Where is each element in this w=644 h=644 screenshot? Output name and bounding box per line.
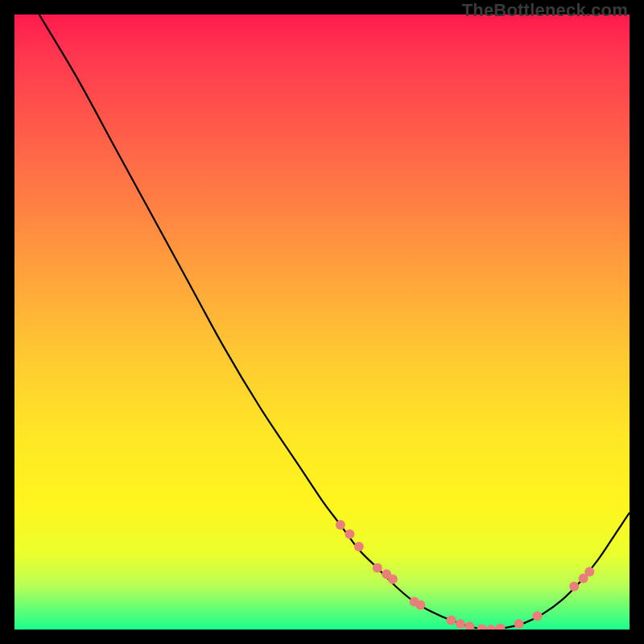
- highlight-dot: [336, 520, 345, 530]
- highlight-dot: [486, 625, 496, 630]
- highlight-dot: [532, 611, 542, 621]
- bottleneck-chart: [14, 14, 630, 630]
- highlight-dot: [496, 624, 506, 630]
- highlight-dot: [354, 542, 364, 551]
- highlight-dot: [569, 582, 579, 592]
- highlight-dot: [446, 616, 456, 625]
- highlight-dot: [456, 619, 465, 629]
- highlight-dot: [464, 621, 474, 630]
- highlight-dot: [388, 574, 398, 584]
- chart-frame: [14, 14, 630, 630]
- highlight-dot: [584, 567, 594, 576]
- bottleneck-curve: [39, 14, 630, 630]
- watermark-text: TheBottleneck.com: [462, 0, 628, 21]
- highlighted-points-group: [336, 520, 594, 630]
- highlight-dot: [415, 600, 425, 609]
- highlight-dot: [345, 530, 354, 539]
- highlight-dot: [514, 619, 524, 629]
- highlight-dot: [373, 564, 382, 573]
- highlight-dot: [477, 624, 487, 630]
